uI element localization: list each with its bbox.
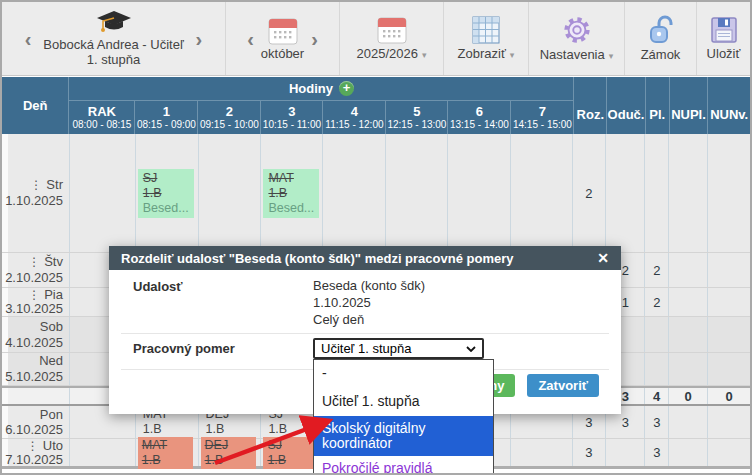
- nastavenia-button[interactable]: Nastavenia▾: [529, 2, 625, 75]
- app-window: ‹ Bobocká Andrea - Učiteľ 1. stupňa › ‹: [0, 0, 752, 475]
- zamok-button[interactable]: Zámok: [625, 2, 697, 75]
- row-drag-handle-icon[interactable]: ⋮: [28, 254, 40, 270]
- add-period-icon[interactable]: +: [339, 81, 354, 96]
- toolbar: ‹ Bobocká Andrea - Učiteľ 1. stupňa › ‹: [2, 2, 750, 76]
- stat-value: [708, 439, 750, 466]
- period-header: 714:15 - 15:00: [511, 101, 573, 134]
- event-chip[interactable]: DEJ1.B: [201, 437, 256, 469]
- grid-table-icon: [471, 16, 501, 44]
- teacher-navigator: ‹ Bobocká Andrea - Učiteľ 1. stupňa ›: [2, 2, 226, 75]
- day-label: Pon: [40, 407, 63, 422]
- event-label: Udalosť: [133, 279, 183, 294]
- event-chip[interactable]: MAT 1.B Besed...: [263, 169, 319, 218]
- ulozit-label: Uložiť: [707, 46, 741, 61]
- event-chip[interactable]: SJ1.B: [263, 437, 318, 469]
- ulozit-button[interactable]: Uložiť: [697, 2, 750, 75]
- day-label: Ned: [39, 353, 63, 369]
- day-label: Uto: [43, 439, 63, 453]
- period-header: 209:15 - 10:00: [198, 101, 261, 134]
- option-empty[interactable]: -: [314, 360, 493, 389]
- employment-select-value: Učiteľ 1. stupňa: [321, 341, 466, 356]
- calendar-icon: [268, 17, 298, 45]
- gear-icon: [561, 15, 593, 45]
- stat-value: [669, 406, 708, 438]
- stat-value: [708, 134, 750, 252]
- total-pl: 4: [645, 388, 669, 404]
- save-floppy-icon: [710, 16, 738, 44]
- period-header: 411:15 - 12:00: [323, 101, 386, 134]
- stat-value: [669, 288, 708, 316]
- day-label: Str: [46, 177, 63, 193]
- event-chip[interactable]: SJ 1.B Besed...: [138, 169, 194, 218]
- next-teacher-button[interactable]: ›: [189, 29, 210, 49]
- prev-month-button[interactable]: ‹: [240, 29, 261, 49]
- dialog-title: Rozdeliť udalosť "Beseda (konto šdk)" me…: [121, 251, 597, 266]
- day-date: 3.10.2025: [5, 302, 63, 316]
- nastavenia-label: Nastavenia: [540, 47, 605, 62]
- calendar-icon: [377, 16, 407, 44]
- total-nupl: 0: [669, 388, 708, 404]
- stat-value: [669, 439, 708, 466]
- hodiny-header: Hodiny +: [69, 77, 573, 101]
- option-ucitel[interactable]: Učiteľ 1. stupňa: [314, 389, 493, 416]
- stat-value: [708, 288, 750, 316]
- dialog-titlebar: Rozdeliť udalosť "Beseda (konto šdk)" me…: [109, 246, 621, 270]
- event-chip[interactable]: MAT1.B: [138, 437, 193, 469]
- close-dialog-button[interactable]: Zatvoriť: [527, 374, 599, 397]
- employment-label: Pracovný pomer: [133, 341, 235, 356]
- day-date: 7.10.2025: [5, 453, 63, 467]
- day-date: 4.10.2025: [5, 335, 63, 351]
- row-drag-handle-icon[interactable]: ⋮: [27, 439, 39, 453]
- period-header: 512:15 - 13:00: [386, 101, 448, 134]
- close-icon[interactable]: ✕: [597, 250, 609, 266]
- graduation-cap-icon: [96, 10, 132, 36]
- day-date: 6.10.2025: [5, 422, 63, 437]
- next-month-button[interactable]: ›: [304, 29, 325, 49]
- stat-value: 3: [645, 439, 669, 466]
- employment-dropdown-list: - Učiteľ 1. stupňa Školský digitálny koo…: [313, 359, 494, 475]
- prev-teacher-button[interactable]: ‹: [18, 29, 39, 49]
- unlocked-padlock-icon: [647, 15, 675, 45]
- option-skolsky-koordinator[interactable]: Školský digitálny koordinátor: [314, 416, 493, 456]
- day-label: Sob: [40, 319, 63, 335]
- day-date: 1.10.2025: [5, 193, 63, 209]
- period-header: 613:15 - 14:00: [448, 101, 511, 134]
- zobrazit-label: Zobraziť: [458, 46, 506, 61]
- caret-down-icon: ▾: [609, 51, 614, 61]
- stat-header-oduc: Oduč.: [607, 77, 646, 134]
- stat-header-roz: Roz.: [573, 77, 607, 134]
- option-pokrocile-pravidla[interactable]: Pokročilé pravidlá: [314, 456, 493, 475]
- total-nunv: 0: [708, 388, 750, 404]
- day-label: Pia: [44, 288, 63, 302]
- chevron-down-icon: [466, 346, 476, 352]
- day-date: 2.10.2025: [5, 270, 63, 286]
- year-selector[interactable]: 2025/2026▾: [340, 2, 444, 75]
- row-drag-handle-icon[interactable]: ⋮: [30, 177, 42, 193]
- stat-header-pl: Pl.: [646, 77, 670, 134]
- stat-value: 2: [645, 288, 669, 316]
- stat-value: 3: [645, 406, 669, 438]
- stat-header-nupl: NUPl.: [670, 77, 709, 134]
- day-column-header: Deň: [2, 77, 69, 134]
- event-date: 1.10.2025: [313, 294, 425, 311]
- period-header: RAK08:00 - 08:15: [69, 101, 135, 134]
- table-row-str: ⋮Str1.10.2025 SJ 1.B Besed... MAT 1.B Be…: [2, 134, 750, 253]
- row-drag-handle-icon[interactable]: ⋮: [28, 288, 40, 302]
- stat-value: [669, 253, 708, 287]
- hodiny-label: Hodiny: [289, 81, 333, 96]
- stat-value: [606, 439, 645, 466]
- stat-value: [708, 406, 750, 438]
- stat-value: [708, 253, 750, 287]
- month-navigator: ‹ október ›: [226, 2, 340, 75]
- employment-select[interactable]: Učiteľ 1. stupňa: [313, 338, 484, 359]
- event-name: Beseda (konto šdk): [313, 277, 425, 294]
- zobrazit-button[interactable]: Zobraziť▾: [444, 2, 529, 75]
- stat-value: [669, 134, 708, 252]
- table-header: Deň Hodiny + RAK08:00 - 08:15 108:15 - 0…: [2, 77, 750, 134]
- year-label: 2025/2026: [357, 46, 418, 61]
- stat-value: 2: [645, 253, 669, 287]
- stat-value: 3: [573, 439, 607, 466]
- period-header: 310:15 - 11:00: [261, 101, 323, 134]
- caret-down-icon: ▾: [510, 50, 515, 60]
- stat-header-nunv: NUNv.: [708, 77, 750, 134]
